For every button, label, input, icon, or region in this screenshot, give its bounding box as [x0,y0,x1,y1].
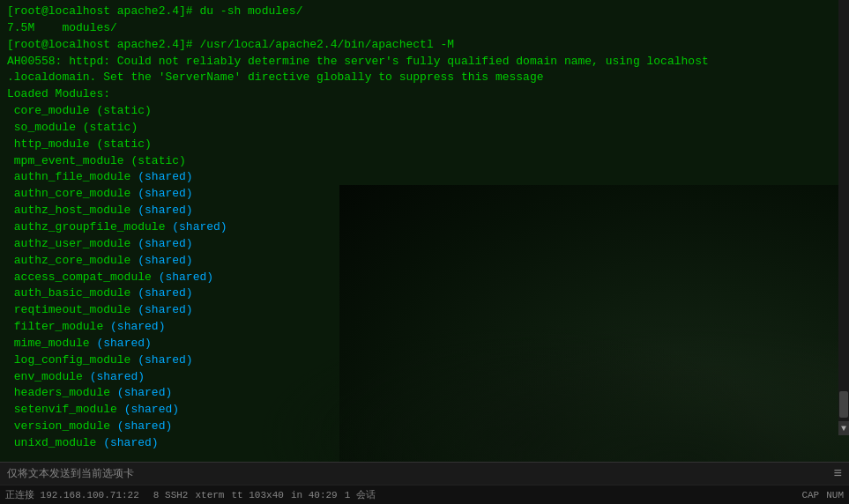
status-time: in 40:29 [291,490,338,500]
terminal-line: reqtimeout_module (shared) [7,302,842,319]
terminal-line: setenvif_module (shared) [7,402,842,419]
status-xterm: xterm [195,490,224,500]
status-ssh: 8 SSH2 [153,490,189,500]
status-num: NUM [826,490,844,500]
status-cap: CAP [801,490,819,500]
terminal-content: [root@localhost apache2.4]# du -sh modul… [0,0,849,456]
terminal-line: authz_core_module (shared) [7,253,842,270]
send-text-button[interactable]: 仅将文本发送到当前选项卡 [7,466,826,481]
terminal-line: env_module (shared) [7,369,842,386]
status-ip: 正连接 192.168.100.71:22 [5,488,139,501]
terminal-line: mpm_event_module (static) [7,153,842,170]
terminal-line: Loaded Modules: [7,86,842,103]
terminal-line: access_compat_module (shared) [7,270,842,286]
menu-icon[interactable]: ≡ [833,466,842,482]
terminal-line: authz_groupfile_module (shared) [7,219,842,236]
terminal-line: authz_host_module (shared) [7,203,842,219]
terminal-line: core_module (static) [7,103,842,120]
terminal-line: [root@localhost apache2.4]# /usr/local/a… [7,37,842,54]
terminal-line: filter_module (shared) [7,319,842,336]
terminal-line: [root@localhost apache2.4]# du -sh modul… [7,4,842,20]
terminal-line: .localdomain. Set the 'ServerName' direc… [7,70,842,86]
terminal-line: mime_module (shared) [7,336,842,352]
terminal-line: authn_file_module (shared) [7,169,842,186]
terminal-line: auth_basic_module (shared) [7,285,842,302]
terminal-line: version_module (shared) [7,419,842,435]
terminal-line: http_module (static) [7,137,842,153]
bottom-bar: 仅将文本发送到当前选项卡 ≡ [0,462,849,485]
terminal-line: unixd_module (shared) [7,435,842,452]
terminal-line: AH00558: httpd: Could not reliably deter… [7,54,842,70]
terminal-line: log_config_module (shared) [7,352,842,369]
terminal-line: so_module (static) [7,120,842,137]
terminal-area: [root@localhost apache2.4]# du -sh modul… [0,0,849,462]
terminal-line: authz_user_module (shared) [7,236,842,253]
scrollbar-thumb[interactable] [839,391,848,418]
scrollbar-arrow-down[interactable]: ▼ [838,421,849,435]
terminal-line: headers_module (shared) [7,385,842,402]
scrollbar[interactable]: ▼ [838,0,849,435]
status-bar: 正连接 192.168.100.71:22 8 SSH2 xterm tt 10… [0,485,849,504]
terminal-line: 7.5M modules/ [7,20,842,37]
terminal-line: authn_core_module (shared) [7,186,842,203]
status-size: tt 103x40 [231,490,283,500]
status-count: 1 会话 [345,488,376,501]
